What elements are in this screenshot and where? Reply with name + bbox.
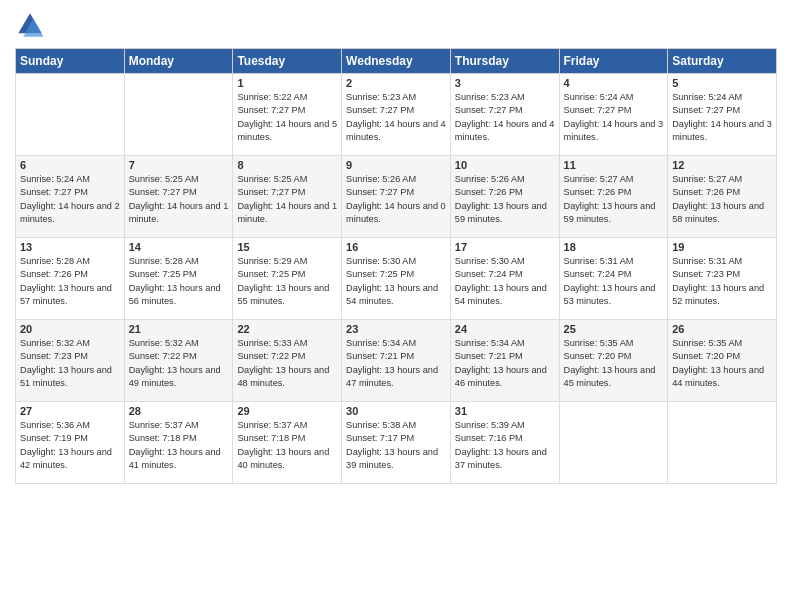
calendar-cell: 24Sunrise: 5:34 AM Sunset: 7:21 PM Dayli… [450, 320, 559, 402]
day-number: 3 [455, 77, 555, 89]
day-number: 29 [237, 405, 337, 417]
calendar-cell [559, 402, 668, 484]
calendar-cell: 6Sunrise: 5:24 AM Sunset: 7:27 PM Daylig… [16, 156, 125, 238]
day-info: Sunrise: 5:22 AM Sunset: 7:27 PM Dayligh… [237, 91, 337, 144]
calendar-cell: 10Sunrise: 5:26 AM Sunset: 7:26 PM Dayli… [450, 156, 559, 238]
day-info: Sunrise: 5:36 AM Sunset: 7:19 PM Dayligh… [20, 419, 120, 472]
calendar-cell: 17Sunrise: 5:30 AM Sunset: 7:24 PM Dayli… [450, 238, 559, 320]
calendar-cell: 4Sunrise: 5:24 AM Sunset: 7:27 PM Daylig… [559, 74, 668, 156]
day-info: Sunrise: 5:32 AM Sunset: 7:23 PM Dayligh… [20, 337, 120, 390]
calendar-cell [668, 402, 777, 484]
day-info: Sunrise: 5:23 AM Sunset: 7:27 PM Dayligh… [346, 91, 446, 144]
weekday-header: Monday [124, 49, 233, 74]
day-info: Sunrise: 5:24 AM Sunset: 7:27 PM Dayligh… [564, 91, 664, 144]
day-number: 7 [129, 159, 229, 171]
day-info: Sunrise: 5:34 AM Sunset: 7:21 PM Dayligh… [346, 337, 446, 390]
calendar-week-row: 13Sunrise: 5:28 AM Sunset: 7:26 PM Dayli… [16, 238, 777, 320]
day-info: Sunrise: 5:24 AM Sunset: 7:27 PM Dayligh… [672, 91, 772, 144]
day-number: 11 [564, 159, 664, 171]
calendar-cell: 2Sunrise: 5:23 AM Sunset: 7:27 PM Daylig… [342, 74, 451, 156]
day-number: 21 [129, 323, 229, 335]
day-number: 17 [455, 241, 555, 253]
day-info: Sunrise: 5:26 AM Sunset: 7:27 PM Dayligh… [346, 173, 446, 226]
page: SundayMondayTuesdayWednesdayThursdayFrid… [0, 0, 792, 612]
day-info: Sunrise: 5:37 AM Sunset: 7:18 PM Dayligh… [129, 419, 229, 472]
day-info: Sunrise: 5:31 AM Sunset: 7:23 PM Dayligh… [672, 255, 772, 308]
calendar-week-row: 6Sunrise: 5:24 AM Sunset: 7:27 PM Daylig… [16, 156, 777, 238]
day-number: 31 [455, 405, 555, 417]
header [15, 10, 777, 40]
weekday-header: Tuesday [233, 49, 342, 74]
calendar-cell: 20Sunrise: 5:32 AM Sunset: 7:23 PM Dayli… [16, 320, 125, 402]
day-number: 12 [672, 159, 772, 171]
calendar-cell: 23Sunrise: 5:34 AM Sunset: 7:21 PM Dayli… [342, 320, 451, 402]
calendar-header: SundayMondayTuesdayWednesdayThursdayFrid… [16, 49, 777, 74]
day-info: Sunrise: 5:24 AM Sunset: 7:27 PM Dayligh… [20, 173, 120, 226]
day-info: Sunrise: 5:30 AM Sunset: 7:24 PM Dayligh… [455, 255, 555, 308]
day-number: 22 [237, 323, 337, 335]
day-number: 4 [564, 77, 664, 89]
calendar-cell: 13Sunrise: 5:28 AM Sunset: 7:26 PM Dayli… [16, 238, 125, 320]
weekday-header: Saturday [668, 49, 777, 74]
day-number: 5 [672, 77, 772, 89]
day-number: 6 [20, 159, 120, 171]
day-info: Sunrise: 5:30 AM Sunset: 7:25 PM Dayligh… [346, 255, 446, 308]
logo-icon [15, 10, 45, 40]
calendar-cell: 11Sunrise: 5:27 AM Sunset: 7:26 PM Dayli… [559, 156, 668, 238]
day-info: Sunrise: 5:27 AM Sunset: 7:26 PM Dayligh… [564, 173, 664, 226]
calendar-cell: 19Sunrise: 5:31 AM Sunset: 7:23 PM Dayli… [668, 238, 777, 320]
day-number: 28 [129, 405, 229, 417]
day-number: 30 [346, 405, 446, 417]
day-info: Sunrise: 5:33 AM Sunset: 7:22 PM Dayligh… [237, 337, 337, 390]
day-info: Sunrise: 5:28 AM Sunset: 7:26 PM Dayligh… [20, 255, 120, 308]
calendar-cell: 30Sunrise: 5:38 AM Sunset: 7:17 PM Dayli… [342, 402, 451, 484]
day-info: Sunrise: 5:39 AM Sunset: 7:16 PM Dayligh… [455, 419, 555, 472]
day-number: 13 [20, 241, 120, 253]
day-info: Sunrise: 5:35 AM Sunset: 7:20 PM Dayligh… [564, 337, 664, 390]
day-info: Sunrise: 5:37 AM Sunset: 7:18 PM Dayligh… [237, 419, 337, 472]
calendar-cell: 27Sunrise: 5:36 AM Sunset: 7:19 PM Dayli… [16, 402, 125, 484]
day-info: Sunrise: 5:38 AM Sunset: 7:17 PM Dayligh… [346, 419, 446, 472]
calendar-cell: 9Sunrise: 5:26 AM Sunset: 7:27 PM Daylig… [342, 156, 451, 238]
day-info: Sunrise: 5:28 AM Sunset: 7:25 PM Dayligh… [129, 255, 229, 308]
day-number: 27 [20, 405, 120, 417]
calendar-body: 1Sunrise: 5:22 AM Sunset: 7:27 PM Daylig… [16, 74, 777, 484]
calendar-cell [124, 74, 233, 156]
day-info: Sunrise: 5:25 AM Sunset: 7:27 PM Dayligh… [237, 173, 337, 226]
day-info: Sunrise: 5:34 AM Sunset: 7:21 PM Dayligh… [455, 337, 555, 390]
day-number: 14 [129, 241, 229, 253]
day-number: 19 [672, 241, 772, 253]
day-info: Sunrise: 5:23 AM Sunset: 7:27 PM Dayligh… [455, 91, 555, 144]
calendar-cell: 8Sunrise: 5:25 AM Sunset: 7:27 PM Daylig… [233, 156, 342, 238]
logo [15, 10, 49, 40]
calendar-cell: 25Sunrise: 5:35 AM Sunset: 7:20 PM Dayli… [559, 320, 668, 402]
weekday-header: Thursday [450, 49, 559, 74]
weekday-header: Wednesday [342, 49, 451, 74]
calendar-cell: 22Sunrise: 5:33 AM Sunset: 7:22 PM Dayli… [233, 320, 342, 402]
day-number: 26 [672, 323, 772, 335]
calendar-cell [16, 74, 125, 156]
day-info: Sunrise: 5:32 AM Sunset: 7:22 PM Dayligh… [129, 337, 229, 390]
calendar-cell: 18Sunrise: 5:31 AM Sunset: 7:24 PM Dayli… [559, 238, 668, 320]
day-info: Sunrise: 5:31 AM Sunset: 7:24 PM Dayligh… [564, 255, 664, 308]
day-number: 20 [20, 323, 120, 335]
day-info: Sunrise: 5:29 AM Sunset: 7:25 PM Dayligh… [237, 255, 337, 308]
calendar-cell: 16Sunrise: 5:30 AM Sunset: 7:25 PM Dayli… [342, 238, 451, 320]
weekday-header: Sunday [16, 49, 125, 74]
day-number: 24 [455, 323, 555, 335]
day-number: 25 [564, 323, 664, 335]
day-number: 1 [237, 77, 337, 89]
day-number: 2 [346, 77, 446, 89]
day-number: 9 [346, 159, 446, 171]
day-number: 18 [564, 241, 664, 253]
calendar-cell: 28Sunrise: 5:37 AM Sunset: 7:18 PM Dayli… [124, 402, 233, 484]
calendar: SundayMondayTuesdayWednesdayThursdayFrid… [15, 48, 777, 484]
weekday-row: SundayMondayTuesdayWednesdayThursdayFrid… [16, 49, 777, 74]
day-number: 10 [455, 159, 555, 171]
calendar-week-row: 1Sunrise: 5:22 AM Sunset: 7:27 PM Daylig… [16, 74, 777, 156]
calendar-cell: 31Sunrise: 5:39 AM Sunset: 7:16 PM Dayli… [450, 402, 559, 484]
calendar-cell: 12Sunrise: 5:27 AM Sunset: 7:26 PM Dayli… [668, 156, 777, 238]
day-number: 23 [346, 323, 446, 335]
calendar-cell: 14Sunrise: 5:28 AM Sunset: 7:25 PM Dayli… [124, 238, 233, 320]
calendar-cell: 5Sunrise: 5:24 AM Sunset: 7:27 PM Daylig… [668, 74, 777, 156]
